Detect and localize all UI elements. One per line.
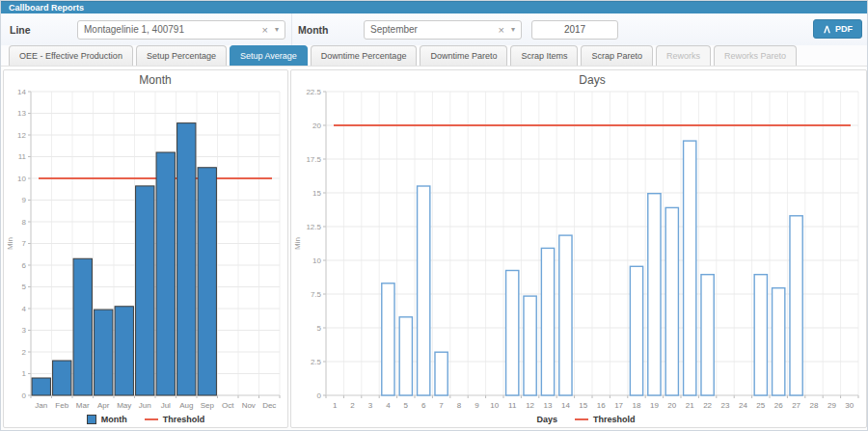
- clear-icon[interactable]: ×: [499, 24, 504, 36]
- legend-item-threshold[interactable]: Threshold: [575, 415, 636, 424]
- tab-reworks: Reworks: [656, 45, 711, 66]
- legend-item-series[interactable]: Days: [522, 415, 557, 424]
- x-tick-label: 9: [475, 401, 479, 410]
- y-tick-label: 0: [317, 391, 322, 400]
- y-tick-label: 2.5: [311, 358, 322, 366]
- month-field-group: Month September × ▾: [292, 13, 618, 45]
- x-tick-label: Aug: [179, 401, 193, 410]
- tab-setup-average[interactable]: Setup Average: [230, 45, 308, 66]
- x-tick-label: 5: [404, 401, 409, 410]
- x-tick-label: 6: [421, 401, 426, 410]
- x-tick-label: 27: [792, 401, 800, 410]
- y-tick-label: 5: [22, 283, 27, 291]
- threshold-line-swatch: [575, 418, 588, 420]
- bar-Mar[interactable]: [73, 258, 92, 395]
- bar-Jun[interactable]: [136, 186, 154, 395]
- y-tick-label: 12.5: [306, 223, 321, 231]
- y-tick-label: 13: [17, 109, 26, 118]
- x-tick-label: 25: [756, 401, 765, 410]
- x-tick-label: Apr: [97, 401, 110, 410]
- chevron-down-icon[interactable]: ▾: [275, 25, 279, 34]
- bar-20[interactable]: [665, 207, 678, 395]
- y-tick-label: 14: [17, 88, 26, 96]
- x-tick-label: 26: [774, 401, 783, 410]
- series-swatch: [522, 415, 531, 424]
- page-title: Callboard Reports: [9, 3, 84, 13]
- line-label: Line: [10, 24, 77, 36]
- y-tick-label: 8: [22, 218, 27, 227]
- y-tick-label: 15: [312, 189, 321, 198]
- series-swatch: [87, 415, 96, 424]
- x-tick-label: 8: [457, 401, 462, 410]
- bar-11[interactable]: [506, 271, 519, 396]
- y-tick-label: 10: [17, 175, 26, 183]
- tab-oee-effective-production[interactable]: OEE - Effective Production: [9, 45, 133, 66]
- bar-27[interactable]: [790, 216, 802, 395]
- x-tick-label: 15: [579, 401, 587, 410]
- y-tick-label: 20: [312, 121, 321, 130]
- legend-threshold-label: Threshold: [593, 415, 636, 424]
- bar-Jan[interactable]: [32, 378, 50, 395]
- legend-series-label: Days: [536, 415, 557, 424]
- y-tick-label: 3: [22, 326, 27, 335]
- month-select[interactable]: September × ▾: [364, 20, 522, 40]
- y-tick-label: 2: [22, 348, 27, 357]
- month-chart-panel: Month01234567891011121314JanFebMarAprMay…: [3, 69, 288, 428]
- pdf-button[interactable]: PDF: [813, 19, 862, 39]
- bar-21[interactable]: [684, 141, 696, 395]
- bar-14[interactable]: [559, 235, 572, 395]
- bar-Feb[interactable]: [53, 361, 71, 395]
- tab-downtime-percentage[interactable]: Downtime Percentage: [311, 45, 418, 66]
- x-tick-label: Jul: [161, 401, 171, 410]
- bar-4[interactable]: [382, 283, 394, 395]
- x-tick-label: Jun: [139, 401, 151, 410]
- x-tick-label: 7: [439, 401, 444, 410]
- x-tick-label: 10: [490, 401, 499, 410]
- report-tab-bar: OEE - Effective ProductionSetup Percenta…: [1, 45, 867, 67]
- chart-title: Days: [579, 73, 605, 87]
- bar-Jul[interactable]: [156, 152, 175, 395]
- legend-item-threshold[interactable]: Threshold: [145, 415, 205, 424]
- chart-title: Month: [139, 73, 171, 87]
- bar-Aug[interactable]: [177, 123, 196, 395]
- year-input[interactable]: [531, 20, 618, 40]
- clear-icon[interactable]: ×: [262, 24, 268, 36]
- y-axis-title: Min: [6, 237, 14, 250]
- x-tick-label: Feb: [55, 401, 68, 410]
- x-tick-label: 2: [350, 401, 355, 410]
- bar-Apr[interactable]: [95, 310, 113, 395]
- month-select-value: September: [370, 24, 499, 35]
- bar-18[interactable]: [630, 266, 642, 395]
- days-chart: Days02.557.51012.51517.52022.51234567891…: [291, 70, 866, 430]
- charts-area: Month01234567891011121314JanFebMarAprMay…: [1, 67, 867, 430]
- y-tick-label: 6: [22, 261, 27, 270]
- bar-5[interactable]: [399, 317, 412, 395]
- x-tick-label: May: [117, 401, 131, 410]
- bar-19[interactable]: [648, 194, 661, 395]
- x-tick-label: Mar: [76, 401, 90, 410]
- y-tick-label: 7.5: [311, 290, 322, 299]
- bar-26[interactable]: [773, 288, 785, 395]
- bar-May[interactable]: [115, 307, 133, 395]
- bar-Sep[interactable]: [198, 168, 216, 395]
- tab-setup-percentage[interactable]: Setup Percentage: [136, 45, 227, 66]
- days-chart-legend: DaysThreshold: [291, 415, 866, 424]
- y-tick-label: 7: [22, 239, 27, 248]
- chevron-down-icon[interactable]: ▾: [511, 25, 515, 34]
- page-title-bar: Callboard Reports: [1, 1, 867, 13]
- bar-25[interactable]: [754, 275, 767, 395]
- bar-7[interactable]: [435, 352, 448, 395]
- month-chart: Month01234567891011121314JanFebMarAprMay…: [4, 70, 287, 430]
- legend-item-series[interactable]: Month: [87, 415, 127, 424]
- line-select[interactable]: Montagelinie 1, 400791 × ▾: [77, 20, 285, 40]
- bar-22[interactable]: [701, 275, 714, 395]
- y-tick-label: 9: [22, 196, 27, 204]
- legend-threshold-label: Threshold: [163, 415, 205, 424]
- bar-12[interactable]: [524, 296, 536, 395]
- tab-downtime-pareto[interactable]: Downtime Pareto: [420, 45, 507, 66]
- tab-scrap-items[interactable]: Scrap Items: [510, 45, 578, 66]
- tab-scrap-pareto[interactable]: Scrap Pareto: [581, 45, 653, 66]
- bar-6[interactable]: [418, 186, 430, 395]
- x-tick-label: 29: [827, 401, 836, 410]
- bar-13[interactable]: [541, 248, 554, 395]
